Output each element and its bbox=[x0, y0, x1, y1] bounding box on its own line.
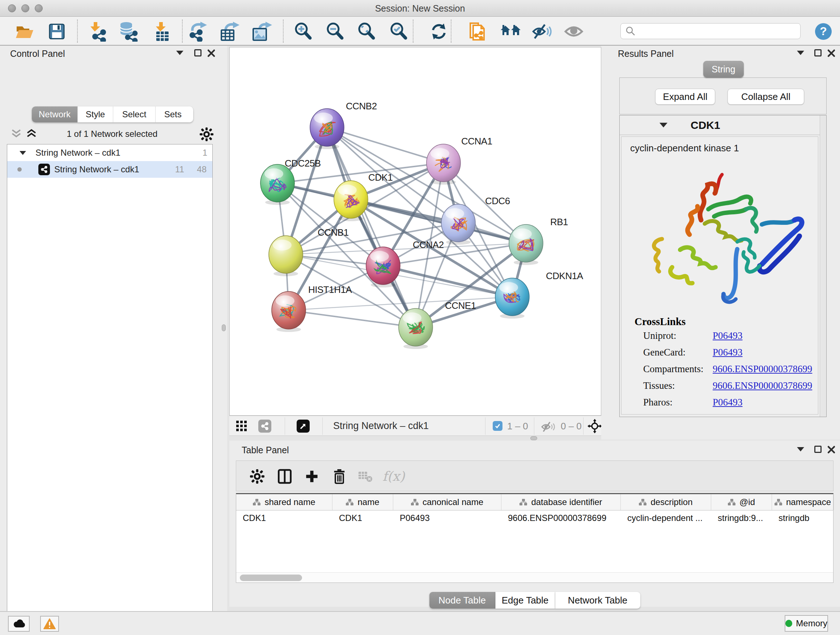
toolbar-separator bbox=[283, 19, 284, 43]
function-builder-button[interactable]: f(x) bbox=[383, 461, 404, 492]
column-header-canonical-name[interactable]: canonical name bbox=[393, 494, 501, 510]
node-CCNA2[interactable]: CCNA2 bbox=[366, 239, 444, 287]
edge-CCNB2-CCNA1[interactable] bbox=[327, 127, 444, 163]
node-RB1[interactable]: RB1 bbox=[509, 217, 568, 265]
column-label: namespace bbox=[786, 497, 831, 507]
crosslink-link[interactable]: P06493 bbox=[713, 397, 743, 408]
network-row[interactable]: String Network – cdk1 11 48 bbox=[7, 161, 212, 178]
open-session-button[interactable] bbox=[14, 21, 35, 42]
panel-menu-icon[interactable] bbox=[176, 51, 183, 55]
float-panel-icon[interactable] bbox=[814, 49, 821, 57]
panel-menu-icon[interactable] bbox=[797, 51, 804, 55]
export-network-button[interactable] bbox=[188, 21, 209, 42]
node-HIST1H1A[interactable]: HIST1H1A bbox=[272, 284, 352, 332]
zoom-out-button[interactable] bbox=[325, 21, 346, 42]
table-header-row: shared namenamecanonical namedatabase id… bbox=[236, 494, 833, 510]
hide-selected-button[interactable] bbox=[532, 21, 553, 42]
zoom-fit-button[interactable] bbox=[356, 21, 377, 42]
birdseye-view-icon[interactable] bbox=[297, 420, 309, 432]
add-column-button[interactable] bbox=[301, 461, 323, 492]
refresh-button[interactable] bbox=[428, 21, 449, 42]
column-header-database-identifier[interactable]: database identifier bbox=[501, 494, 621, 510]
tab-select[interactable]: Select bbox=[113, 106, 156, 122]
column-header-at-id[interactable]: @id bbox=[711, 494, 772, 510]
node-CCNA1[interactable]: CCNA1 bbox=[426, 136, 493, 185]
export-table-button[interactable] bbox=[219, 21, 240, 42]
window-title: Session: New Session bbox=[0, 0, 840, 17]
collapse-gene-icon[interactable] bbox=[660, 123, 668, 127]
zoom-selected-button[interactable] bbox=[388, 21, 409, 42]
warnings-button[interactable] bbox=[40, 616, 59, 632]
tab-edge-table[interactable]: Edge Table bbox=[496, 592, 555, 608]
expand-all-button[interactable]: Expand All bbox=[655, 89, 715, 105]
column-header-namespace[interactable]: namespace bbox=[772, 494, 834, 510]
table-horizontal-scrollbar[interactable] bbox=[236, 572, 833, 583]
edge-CCNE1-HIST1H1A[interactable] bbox=[289, 310, 416, 327]
column-header-name[interactable]: name bbox=[332, 494, 393, 510]
crosslink-link[interactable]: 9606.ENSP00000378699 bbox=[713, 380, 812, 391]
delete-table-button[interactable] bbox=[355, 461, 376, 492]
tab-network[interactable]: Network bbox=[32, 106, 78, 122]
network-graph[interactable]: CCNB2CCNA1CDC25BCDK1CDC6RB1CCNB1CCNA2CDK… bbox=[230, 48, 601, 415]
network-collection-row[interactable]: String Network – cdk1 1 bbox=[7, 144, 212, 161]
share-view-icon[interactable] bbox=[258, 420, 271, 432]
network-canvas[interactable]: CCNB2CCNA1CDC25BCDK1CDC6RB1CCNB1CCNA2CDK… bbox=[229, 47, 601, 416]
results-scrollbar[interactable] bbox=[820, 116, 826, 417]
scrollbar-thumb[interactable] bbox=[240, 575, 302, 581]
tab-node-table[interactable]: Node Table bbox=[429, 592, 496, 608]
node-CCNE1[interactable]: CCNE1 bbox=[399, 300, 476, 349]
node-table[interactable]: shared namenamecanonical namedatabase id… bbox=[236, 493, 834, 583]
close-panel-icon[interactable] bbox=[827, 49, 836, 57]
column-header-shared-name[interactable]: shared name bbox=[236, 494, 332, 510]
cloud-status-button[interactable] bbox=[8, 616, 30, 632]
delete-column-button[interactable] bbox=[328, 461, 350, 492]
collapse-network-icon[interactable] bbox=[19, 151, 26, 155]
zoom-in-button[interactable] bbox=[293, 21, 314, 42]
close-panel-icon[interactable] bbox=[827, 445, 836, 454]
zoom-in-icon bbox=[294, 22, 313, 41]
network-view-toolbar: String Network – cdk1 1 – 0 0 – 0 bbox=[229, 416, 601, 436]
gene-details-box: cyclin-dependent kinase 1 bbox=[621, 136, 818, 415]
import-database-button[interactable] bbox=[118, 21, 139, 42]
grid-view-icon[interactable] bbox=[236, 420, 248, 432]
tab-string[interactable]: String bbox=[703, 61, 744, 78]
crosslink-link[interactable]: 9606.ENSP00000378699 bbox=[713, 363, 812, 375]
float-panel-icon[interactable] bbox=[814, 446, 821, 453]
gene-header-row[interactable]: CDK1 bbox=[620, 116, 820, 135]
node-CDKN1A[interactable]: CDKN1A bbox=[495, 271, 584, 318]
memory-button[interactable]: Memory bbox=[785, 615, 828, 632]
export-image-button[interactable] bbox=[251, 21, 272, 42]
collapse-all-button[interactable]: Collapse All bbox=[728, 89, 804, 105]
panel-menu-icon[interactable] bbox=[797, 447, 804, 451]
import-file-share-button[interactable] bbox=[468, 21, 489, 42]
table-row[interactable]: CDK1CDK1P064939606.ENSP00000378699cyclin… bbox=[236, 510, 833, 526]
column-header-description[interactable]: description bbox=[621, 494, 711, 510]
crosslink-link[interactable]: P06493 bbox=[713, 347, 743, 358]
tab-sets[interactable]: Sets bbox=[156, 106, 190, 122]
table-cell: CDK1 bbox=[332, 510, 393, 526]
import-table-button[interactable] bbox=[151, 21, 172, 42]
selected-checkbox-icon[interactable] bbox=[493, 421, 502, 431]
float-panel-icon[interactable] bbox=[194, 49, 202, 57]
show-all-button[interactable] bbox=[563, 21, 584, 42]
tab-style[interactable]: Style bbox=[78, 106, 113, 122]
node-label-CCNA2: CCNA2 bbox=[413, 239, 444, 250]
collection-count: 1 bbox=[202, 148, 207, 158]
tab-network-table[interactable]: Network Table bbox=[555, 592, 640, 608]
show-columns-button[interactable] bbox=[274, 461, 295, 492]
network-list: String Network – cdk1 1 String Network –… bbox=[7, 144, 213, 635]
save-session-button[interactable] bbox=[46, 21, 67, 42]
home-button[interactable] bbox=[500, 21, 521, 42]
gear-icon[interactable] bbox=[200, 127, 213, 141]
help-button[interactable]: ? bbox=[813, 21, 834, 42]
status-bar: Memory bbox=[0, 611, 840, 635]
toolbar-divider bbox=[285, 417, 285, 435]
close-panel-icon[interactable] bbox=[207, 49, 216, 57]
vertical-splitter-grip[interactable] bbox=[222, 325, 226, 331]
node-CDK1[interactable]: CDK1 bbox=[334, 172, 393, 221]
import-network-button[interactable] bbox=[88, 21, 109, 42]
pan-crosshair-icon[interactable] bbox=[587, 419, 602, 433]
search-input[interactable] bbox=[639, 24, 800, 38]
crosslink-link[interactable]: P06493 bbox=[713, 330, 743, 341]
table-settings-button[interactable] bbox=[246, 461, 268, 492]
